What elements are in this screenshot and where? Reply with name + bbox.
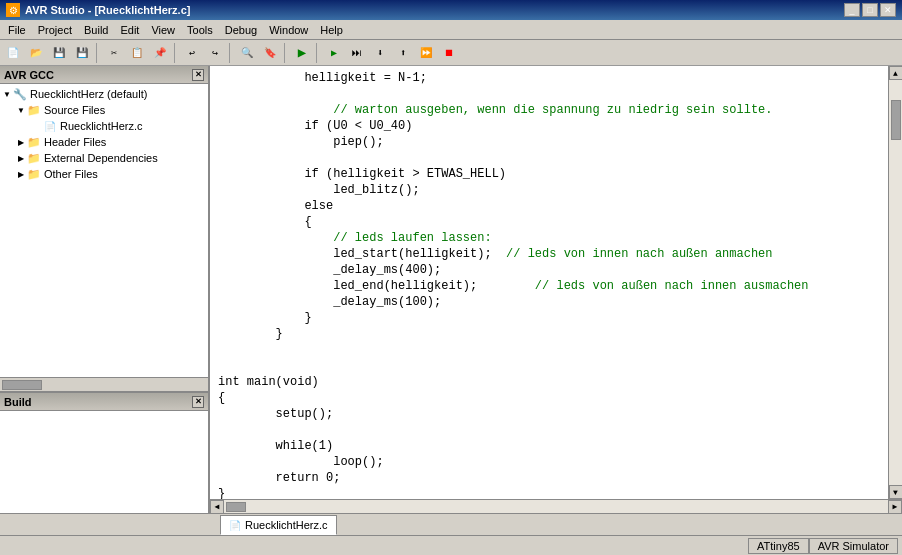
window-title: AVR Studio - [RuecklichtHerz.c] — [25, 4, 844, 16]
copy-button[interactable]: 📋 — [126, 42, 148, 64]
menu-project[interactable]: Project — [32, 22, 78, 38]
build-panel: Build ✕ — [0, 393, 208, 513]
maximize-button[interactable]: □ — [862, 3, 878, 17]
tab-main-file[interactable]: 📄 RuecklichtHerz.c — [220, 515, 337, 535]
left-hscroll-thumb[interactable] — [2, 380, 42, 390]
debug-step-into[interactable]: ⬇ — [369, 42, 391, 64]
tab-bar: 📄 RuecklichtHerz.c — [0, 513, 902, 535]
paste-button[interactable]: 📌 — [149, 42, 171, 64]
tree-source-files[interactable]: ▼ 📁 Source Files — [0, 102, 208, 118]
device-label: ATtiny85 — [757, 540, 800, 552]
tree-main-file[interactable]: 📄 RuecklichtHerz.c — [0, 118, 208, 134]
other-expand-icon: ▶ — [16, 169, 26, 179]
menu-window[interactable]: Window — [263, 22, 314, 38]
c-file-icon: 📄 — [43, 119, 57, 133]
open-button[interactable]: 📂 — [25, 42, 47, 64]
build-button[interactable]: ▶ — [291, 42, 313, 64]
external-expand-icon: ▶ — [16, 153, 26, 163]
build-label: Build — [4, 396, 32, 408]
cut-button[interactable]: ✂ — [103, 42, 125, 64]
hscroll-thumb[interactable] — [226, 502, 246, 512]
debug-run[interactable]: ⏩ — [415, 42, 437, 64]
tree-panel-content: ▼ 🔧 RuecklichtHerz (default) ▼ 📁 Source … — [0, 84, 208, 377]
vscroll-thumb[interactable] — [891, 100, 901, 140]
title-bar: ⚙ AVR Studio - [RuecklichtHerz.c] _ □ ✕ — [0, 0, 902, 20]
source-expand-icon: ▼ — [16, 105, 26, 115]
toolbar-separator-2 — [174, 43, 178, 63]
left-panel-hscroll[interactable] — [0, 377, 208, 391]
editor-hscroll[interactable]: ◀ ▶ — [210, 499, 902, 513]
header-folder-icon: 📁 — [27, 135, 41, 149]
menu-tools[interactable]: Tools — [181, 22, 219, 38]
editor-area: helligkeit = N-1; // warton ausgeben, we… — [210, 66, 902, 513]
hscroll-track[interactable] — [224, 500, 888, 514]
menu-edit[interactable]: Edit — [114, 22, 145, 38]
simulator-label: AVR Simulator — [818, 540, 889, 552]
tree-header-label: Header Files — [44, 136, 106, 148]
avr-gcc-label: AVR GCC — [4, 69, 54, 81]
undo-button[interactable]: ↩ — [181, 42, 203, 64]
main-area: AVR GCC ✕ ▼ 🔧 RuecklichtHerz (default) ▼… — [0, 66, 902, 513]
debug-start-button[interactable]: ▶ — [323, 42, 345, 64]
external-folder-icon: 📁 — [27, 151, 41, 165]
find-button[interactable]: 🔍 — [236, 42, 258, 64]
main-toolbar: 📄 📂 💾 💾 ✂ 📋 📌 ↩ ↪ 🔍 🔖 ▶ ▶ ⏭ ⬇ ⬆ ⏩ ⏹ — [0, 40, 902, 66]
root-expand-icon: ▼ — [2, 89, 12, 99]
save-all-button[interactable]: 💾 — [71, 42, 93, 64]
status-device: ATtiny85 — [748, 538, 809, 554]
tab-file-icon: 📄 — [229, 520, 241, 531]
source-folder-icon: 📁 — [27, 103, 41, 117]
app-icon: ⚙ — [6, 3, 20, 17]
vscroll-down-button[interactable]: ▼ — [889, 485, 903, 499]
window-controls: _ □ ✕ — [844, 3, 896, 17]
tree-external-label: External Dependencies — [44, 152, 158, 164]
minimize-button[interactable]: _ — [844, 3, 860, 17]
left-panel: AVR GCC ✕ ▼ 🔧 RuecklichtHerz (default) ▼… — [0, 66, 210, 513]
tree-main-file-label: RuecklichtHerz.c — [60, 120, 143, 132]
close-button[interactable]: ✕ — [880, 3, 896, 17]
toolbar-separator-1 — [96, 43, 100, 63]
tab-filename: RuecklichtHerz.c — [245, 519, 328, 531]
tree-other-label: Other Files — [44, 168, 98, 180]
toolbar-separator-3 — [229, 43, 233, 63]
hscroll-right-button[interactable]: ▶ — [888, 500, 902, 514]
build-panel-header-buttons: ✕ — [192, 396, 204, 408]
debug-step-button[interactable]: ⏭ — [346, 42, 368, 64]
tree-root-label: RuecklichtHerz (default) — [30, 88, 147, 100]
status-simulator: AVR Simulator — [809, 538, 898, 554]
debug-break[interactable]: ⏹ — [438, 42, 460, 64]
avr-gcc-panel: AVR GCC ✕ ▼ 🔧 RuecklichtHerz (default) ▼… — [0, 66, 208, 393]
build-header: Build ✕ — [0, 393, 208, 411]
redo-button[interactable]: ↪ — [204, 42, 226, 64]
debug-step-out[interactable]: ⬆ — [392, 42, 414, 64]
hscroll-left-button[interactable]: ◀ — [210, 500, 224, 514]
code-editor[interactable]: helligkeit = N-1; // warton ausgeben, we… — [210, 66, 888, 499]
tree-header-files[interactable]: ▶ 📁 Header Files — [0, 134, 208, 150]
tree-external-deps[interactable]: ▶ 📁 External Dependencies — [0, 150, 208, 166]
menu-bar: File Project Build Edit View Tools Debug… — [0, 20, 902, 40]
save-button[interactable]: 💾 — [48, 42, 70, 64]
tree-root[interactable]: ▼ 🔧 RuecklichtHerz (default) — [0, 86, 208, 102]
tree-source-label: Source Files — [44, 104, 105, 116]
root-icon: 🔧 — [13, 87, 27, 101]
toolbar-separator-5 — [316, 43, 320, 63]
menu-debug[interactable]: Debug — [219, 22, 263, 38]
build-close-button[interactable]: ✕ — [192, 396, 204, 408]
toolbar-separator-4 — [284, 43, 288, 63]
panel-header-buttons: ✕ — [192, 69, 204, 81]
vscroll-up-button[interactable]: ▲ — [889, 66, 903, 80]
editor-vscroll[interactable]: ▲ ▼ — [888, 66, 902, 499]
menu-view[interactable]: View — [145, 22, 181, 38]
new-button[interactable]: 📄 — [2, 42, 24, 64]
tree-other-files[interactable]: ▶ 📁 Other Files — [0, 166, 208, 182]
file-expand-icon — [32, 121, 42, 131]
build-panel-content — [0, 411, 208, 513]
bookmark-button[interactable]: 🔖 — [259, 42, 281, 64]
menu-help[interactable]: Help — [314, 22, 349, 38]
status-bar: ATtiny85 AVR Simulator — [0, 535, 902, 555]
vscroll-track[interactable] — [889, 80, 903, 485]
menu-build[interactable]: Build — [78, 22, 114, 38]
panel-close-button[interactable]: ✕ — [192, 69, 204, 81]
menu-file[interactable]: File — [2, 22, 32, 38]
avr-gcc-header: AVR GCC ✕ — [0, 66, 208, 84]
